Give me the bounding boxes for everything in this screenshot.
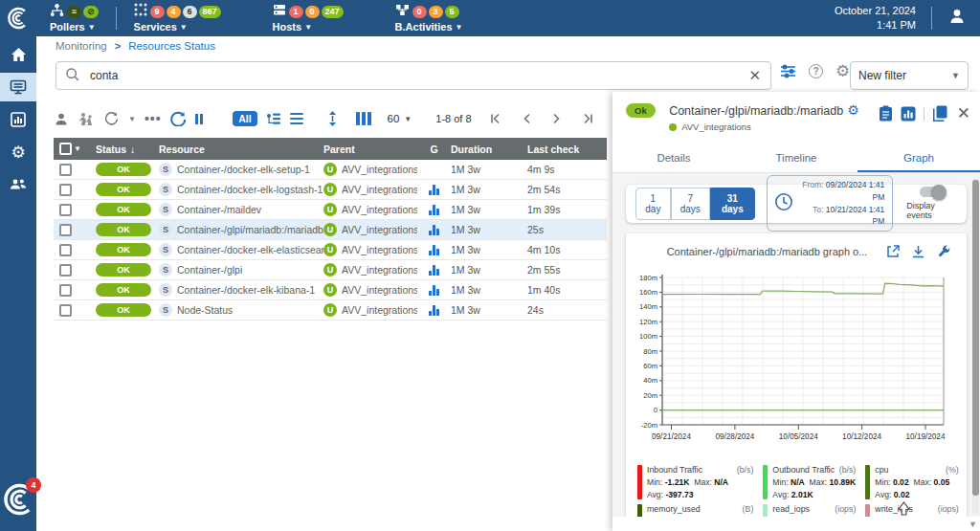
from-value[interactable]: 09/20/2024 1:41 PM (826, 180, 884, 202)
columns-icon[interactable] (356, 112, 371, 125)
custom-time-range[interactable]: From: 09/20/2024 1:41 PM To: 10/21/2024 … (767, 175, 893, 232)
display-events-toggle[interactable] (920, 187, 945, 197)
notification-badge[interactable]: 4 (26, 477, 41, 493)
copy-link-icon[interactable] (932, 105, 947, 122)
sidebar-item-administration[interactable] (0, 170, 36, 199)
graph-icon[interactable] (429, 305, 439, 316)
legend-item[interactable]: cpu(%) Min: 0.02 Max: 0.05 Avg: 0.02 (865, 465, 958, 499)
acknowledge-person-icon[interactable] (54, 112, 69, 126)
graph-icon[interactable] (429, 225, 439, 235)
graph-icon[interactable] (429, 185, 439, 195)
counter-badge[interactable]: 0 (305, 6, 320, 18)
check-refresh-icon[interactable] (103, 111, 120, 126)
resource-settings-gear-icon[interactable]: ⚙ (847, 102, 859, 118)
metrics-chart[interactable]: 180m160m140m120m100m80m60m40m20m0-20m09/… (632, 270, 961, 457)
download-icon[interactable] (912, 245, 924, 258)
column-resource[interactable]: Resource (159, 144, 323, 155)
tune-filter-icon[interactable] (780, 64, 796, 78)
counter-badge[interactable]: 3 (429, 6, 443, 18)
hosts-menu[interactable]: 10247 Hosts▼ (273, 4, 344, 33)
table-row[interactable]: OK SContainer-/glpi/mariadb:/mariadb UAV… (54, 220, 607, 240)
row-checkbox[interactable] (59, 204, 72, 216)
to-value[interactable]: 10/21/2024 1:41 PM (826, 205, 884, 227)
counter-badge[interactable]: 4 (167, 6, 181, 18)
downtime-icon[interactable] (78, 112, 95, 126)
panel-scrollbar[interactable] (972, 178, 979, 515)
clear-search-icon[interactable]: ✕ (746, 67, 763, 84)
next-page-icon[interactable] (552, 113, 561, 124)
more-actions-icon[interactable]: ••• (145, 111, 162, 126)
pause-icon[interactable] (195, 114, 204, 124)
counter-badge[interactable]: 0 (412, 6, 427, 18)
row-checkbox[interactable] (59, 284, 72, 297)
breadcrumb-resources-status[interactable]: Resources Status (128, 40, 215, 52)
scrollbar-thumb[interactable] (972, 180, 979, 496)
counter-badge[interactable]: 5 (445, 6, 459, 18)
counter-badge[interactable]: ≡ (67, 6, 81, 18)
page-size-select[interactable]: 60▼ (388, 113, 412, 124)
legend-item[interactable]: memory_used(B) Min: 149.43M Max: 163.53M… (637, 504, 753, 517)
column-parent[interactable]: Parent (323, 144, 417, 155)
scroll-down-caret-icon[interactable]: ▼ (969, 520, 977, 529)
time-button-1day[interactable]: 1 day (635, 188, 671, 220)
table-row[interactable]: OK SContainer-/docker-elk-kibana-1 UAVV_… (54, 280, 607, 300)
wrench-settings-icon[interactable] (937, 245, 950, 258)
sidebar-item-monitoring[interactable] (0, 73, 36, 101)
legend-item[interactable]: read_iops(iops) Min: 0 Max: 651.28 Avg: … (763, 504, 856, 517)
close-panel-icon[interactable]: ✕ (957, 103, 970, 123)
view-all-button[interactable]: All (233, 111, 256, 126)
parent-name[interactable]: AVV_integrations (342, 264, 417, 276)
last-page-icon[interactable] (582, 113, 593, 124)
parent-name[interactable]: AVV_integrations (342, 164, 417, 175)
resource-name[interactable]: Container-/glpi/mariadb:/mariadb (177, 224, 323, 235)
first-page-icon[interactable] (490, 113, 501, 124)
resource-name[interactable]: Container-/glpi (177, 264, 242, 276)
graph-icon[interactable] (429, 205, 439, 215)
legend-item[interactable]: Inbound Traffic(b/s) Min: -1.21K Max: N/… (637, 465, 753, 499)
parent-name[interactable]: AVV_integrations (342, 284, 417, 296)
graph-icon[interactable] (429, 285, 439, 296)
sidebar-item-reporting[interactable] (0, 105, 36, 134)
counter-badge[interactable]: 9 (150, 6, 165, 18)
column-graph[interactable]: G (417, 144, 451, 155)
chevron-down-icon[interactable]: ▼ (128, 115, 136, 123)
table-row[interactable]: OK SContainer-/maildev UAVV_integrations… (54, 200, 607, 220)
filter-select[interactable]: New filter ▼ (850, 61, 969, 90)
settings-gear-icon[interactable]: ⚙ (835, 63, 850, 79)
breadcrumb-monitoring[interactable]: Monitoring (56, 40, 107, 52)
resource-name[interactable]: Container-/maildev (177, 204, 261, 215)
parent-name[interactable]: AVV_integrations (342, 204, 417, 215)
row-checkbox[interactable] (59, 224, 72, 236)
table-row[interactable]: OK SContainer-/docker-elk-logstash-1 UAV… (54, 180, 607, 200)
legend-item[interactable]: write_iops(iops) Min: 13.63 Max: 42.71 A… (865, 504, 958, 517)
bactivities-menu[interactable]: 035 B.Activities▼ (395, 4, 463, 33)
table-row[interactable]: OK SContainer-/docker-elk-elasticsearch-… (54, 240, 607, 260)
graph-icon[interactable] (429, 245, 439, 255)
counter-badge[interactable]: 867 (199, 6, 221, 18)
parent-name[interactable]: AVV_integrations (342, 224, 417, 235)
tree-view-icon[interactable] (266, 112, 281, 125)
counter-badge[interactable]: 6 (183, 6, 197, 18)
resource-name[interactable]: Node-Status (177, 304, 233, 316)
tab-timeline[interactable]: Timeline (735, 144, 858, 172)
list-view-icon[interactable] (290, 113, 303, 124)
counter-badge[interactable]: ⊘ (83, 6, 99, 18)
legend-item[interactable]: Outbound Traffic(b/s) Min: N/A Max: 10.8… (763, 465, 856, 499)
resource-name[interactable]: Container-/docker-elk-setup-1 (177, 164, 310, 175)
select-all-checkbox[interactable] (59, 143, 72, 155)
row-checkbox[interactable] (59, 304, 72, 317)
row-checkbox[interactable] (59, 164, 72, 176)
resource-name[interactable]: Container-/docker-elk-elasticsearch-1 (177, 244, 323, 255)
tab-details[interactable]: Details (612, 144, 735, 172)
parent-name[interactable]: AVV_integrations (342, 184, 417, 195)
sidebar-item-configuration[interactable]: ⚙ (0, 138, 36, 166)
table-row[interactable]: OK SNode-Status UAVV_integrations 1M 3w … (54, 300, 607, 321)
user-profile-button[interactable] (947, 7, 967, 30)
parent-name[interactable]: AVV_integrations (342, 244, 417, 255)
table-row[interactable]: OK SContainer-/docker-elk-setup-1 UAVV_i… (54, 160, 607, 180)
resource-name[interactable]: Container-/docker-elk-logstash-1 (177, 184, 323, 195)
counter-badge[interactable]: 247 (322, 6, 344, 18)
row-checkbox[interactable] (59, 184, 72, 196)
row-checkbox[interactable] (59, 244, 72, 256)
time-button-31days[interactable]: 31 days (710, 188, 755, 220)
